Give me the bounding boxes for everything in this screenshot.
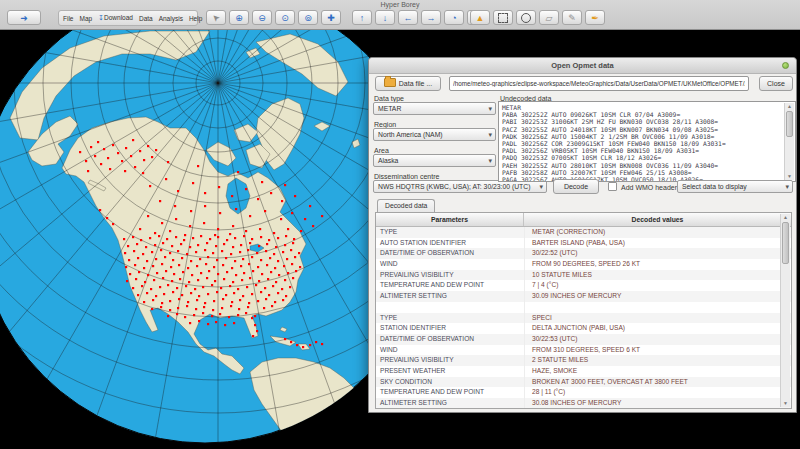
station-dot bbox=[245, 230, 247, 232]
station-dot bbox=[274, 301, 276, 303]
undecoded-scrollbar[interactable]: ▲ ▼ bbox=[784, 103, 794, 180]
station-dot bbox=[128, 259, 130, 261]
zoom-page-button[interactable]: ⊙ bbox=[275, 10, 295, 25]
station-dot bbox=[155, 295, 157, 297]
table-row[interactable]: DATE/TIME OF OBSERVATION30/22:52 (UTC) bbox=[376, 248, 791, 259]
scrollbar-thumb[interactable] bbox=[786, 111, 793, 137]
zoom-selection-button[interactable]: ⊚ bbox=[298, 10, 318, 25]
station-dot bbox=[146, 260, 148, 262]
table-row[interactable]: WINDFROM 310 DEGREES, SPEED 6 KT bbox=[376, 345, 791, 356]
station-dot bbox=[167, 315, 169, 317]
value-cell bbox=[524, 302, 791, 313]
zoom-out-button[interactable]: ⊖ bbox=[252, 10, 272, 25]
data-file-button[interactable]: Data file ... bbox=[375, 76, 441, 91]
move-down-button[interactable]: ↓ bbox=[375, 10, 395, 25]
station-dot bbox=[254, 324, 256, 326]
station-dot bbox=[137, 257, 139, 259]
scroll-up-icon[interactable]: ▲ bbox=[781, 214, 790, 221]
forward-arrow-button[interactable]: ➜ bbox=[7, 10, 41, 25]
menu-item-map[interactable]: Map bbox=[79, 15, 92, 22]
table-row[interactable] bbox=[376, 302, 791, 313]
station-dot bbox=[189, 225, 191, 227]
station-dot bbox=[266, 243, 268, 245]
station-dot bbox=[241, 279, 243, 281]
table-scrollbar[interactable]: ▲ ▼ bbox=[780, 214, 790, 407]
menu-item-file[interactable]: File bbox=[63, 15, 73, 22]
parameter-cell: PREVAILING VISIBILITY bbox=[376, 270, 524, 281]
pan-button[interactable]: ✚ bbox=[321, 10, 341, 25]
table-row[interactable]: AUTO STATION IDENTIFIERBARTER ISLAND (PA… bbox=[376, 238, 791, 249]
window-menu-icon[interactable] bbox=[782, 62, 789, 69]
table-row[interactable]: ALTIMETER SETTING30.09 INCHES OF MERCURY bbox=[376, 291, 791, 302]
brush-button[interactable]: ✒ bbox=[585, 10, 605, 25]
station-dot bbox=[204, 249, 206, 251]
station-dot bbox=[284, 338, 286, 340]
select-data-dropdown[interactable]: Select data to display bbox=[677, 180, 793, 193]
zoom-in-button[interactable]: ⊕ bbox=[229, 10, 249, 25]
table-row[interactable]: WINDFROM 90 DEGREES, SPEED 26 KT bbox=[376, 259, 791, 270]
data-type-select[interactable]: METAR bbox=[373, 102, 496, 115]
file-path-input[interactable] bbox=[449, 76, 749, 91]
table-row[interactable]: TYPESPECI bbox=[376, 313, 791, 324]
marquee-select-button[interactable] bbox=[493, 10, 513, 25]
menu-item-download[interactable]: ↧Download bbox=[98, 14, 133, 22]
menu-item-help[interactable]: Help bbox=[189, 15, 202, 22]
station-dot bbox=[273, 253, 275, 255]
move-up-button[interactable]: ↑ bbox=[352, 10, 372, 25]
polygon-select-button[interactable]: ▱ bbox=[539, 10, 559, 25]
menu-item-data[interactable]: Data bbox=[139, 15, 153, 22]
move-right-button[interactable]: → bbox=[421, 10, 441, 25]
zoom-page-icon: ⊙ bbox=[281, 13, 289, 23]
station-dot bbox=[204, 302, 206, 304]
station-dot bbox=[165, 270, 167, 272]
wmo-header-checkbox[interactable] bbox=[608, 182, 617, 191]
station-dot bbox=[298, 252, 300, 254]
scroll-down-icon[interactable]: ▼ bbox=[785, 173, 794, 180]
pan-icon: ✚ bbox=[327, 13, 335, 23]
menu-item-analysis[interactable]: Analysis bbox=[159, 15, 183, 22]
station-dot bbox=[143, 159, 145, 161]
scrollbar-thumb[interactable] bbox=[782, 222, 789, 264]
area-select[interactable]: Alaska bbox=[373, 154, 496, 167]
globe-button[interactable]: ◔ bbox=[444, 10, 464, 25]
table-row[interactable]: TEMPERATURE AND DEW POINT28 | 11 (°C) bbox=[376, 387, 791, 398]
parameter-cell: TYPE bbox=[376, 227, 524, 238]
station-dot bbox=[203, 222, 205, 224]
table-row[interactable]: SKY CONDITIONBROKEN AT 3000 FEET, OVERCA… bbox=[376, 377, 791, 388]
station-dot bbox=[211, 284, 213, 286]
ellipse-select-button[interactable] bbox=[516, 10, 536, 25]
table-row[interactable]: PRESENT WEATHERHAZE, SMOKE bbox=[376, 366, 791, 377]
marquee-select-icon bbox=[498, 15, 508, 25]
close-button[interactable]: Close bbox=[759, 76, 793, 91]
region-select[interactable]: North America (NAM) bbox=[373, 128, 496, 141]
station-dot bbox=[206, 242, 208, 244]
station-dot bbox=[198, 320, 200, 322]
table-row[interactable]: ALTIMETER SETTING30.08 INCHES OF MERCURY bbox=[376, 398, 791, 409]
station-dot bbox=[112, 223, 114, 225]
value-cell: HAZE, SMOKE bbox=[524, 366, 791, 377]
station-dot bbox=[199, 258, 201, 260]
station-dot bbox=[269, 257, 271, 259]
scroll-down-icon[interactable]: ▼ bbox=[781, 400, 790, 407]
decoded-data-tab[interactable]: Decoded data bbox=[377, 199, 435, 213]
scroll-up-icon[interactable]: ▲ bbox=[785, 103, 794, 110]
table-row[interactable]: PREVAILING VISIBILITY2 STATUTE MILES bbox=[376, 355, 791, 366]
cursor-button[interactable]: ➤ bbox=[206, 10, 226, 25]
move-left-button[interactable]: ← bbox=[398, 10, 418, 25]
station-dot bbox=[249, 242, 251, 244]
station-dot bbox=[129, 273, 131, 275]
edit-button[interactable]: ✎ bbox=[562, 10, 582, 25]
table-row[interactable]: TYPEMETAR (CORRECTION) bbox=[376, 227, 791, 238]
station-dot bbox=[99, 209, 101, 211]
table-row[interactable]: STATION IDENTIFIERDELTA JUNCTION (PABI, … bbox=[376, 323, 791, 334]
table-row[interactable]: DATE/TIME OF OBSERVATION30/22:53 (UTC) bbox=[376, 334, 791, 345]
station-dot bbox=[286, 258, 288, 260]
station-dot bbox=[167, 284, 169, 286]
station-dot bbox=[283, 265, 285, 267]
flask-button[interactable]: ▲ bbox=[470, 10, 490, 25]
undecoded-data-panel[interactable]: ▲ ▼ METARPABA 302252Z AUTO 09026KT 10SM … bbox=[498, 101, 796, 182]
table-row[interactable]: TEMPERATURE AND DEW POINT7 | 4 (°C) bbox=[376, 280, 791, 291]
station-dot bbox=[169, 300, 171, 302]
decode-button[interactable]: Decode bbox=[553, 179, 599, 194]
table-row[interactable]: PREVAILING VISIBILITY10 STATUTE MILES bbox=[376, 270, 791, 281]
